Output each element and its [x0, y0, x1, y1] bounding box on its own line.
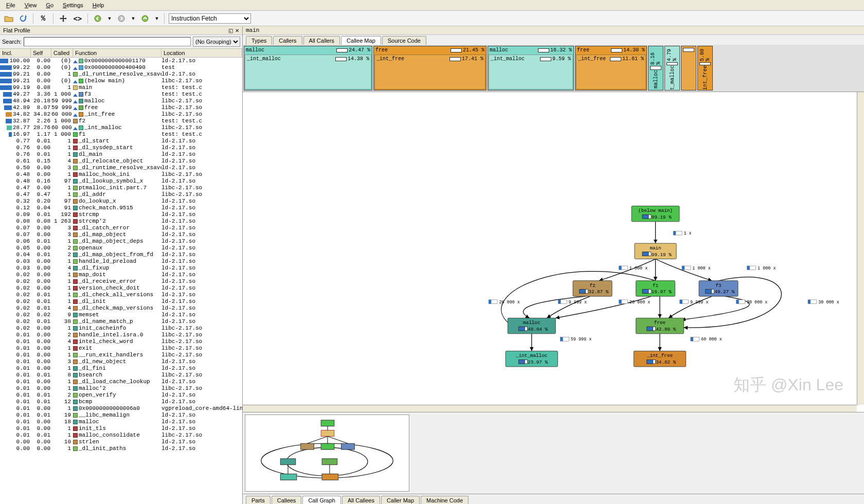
table-row[interactable]: 99.210.00(0)(below main)libc-2.17.so [0, 78, 242, 84]
graph-node-intf[interactable]: _int_free34.82 % [634, 351, 686, 367]
treemap-cell[interactable]: free21.45 %_int_free17.41 % [373, 46, 487, 91]
table-row[interactable]: 0.030.001handle_ld_preloadld-2.17.so [0, 258, 242, 265]
table-row[interactable]: 0.760.001_dl_sysdep_startld-2.17.so [0, 145, 242, 151]
menu-help[interactable]: Help [88, 1, 109, 9]
table-body[interactable]: 100.000.00(0)0x0000000000001170ld-2.17.s… [0, 58, 242, 504]
forward-dropdown-icon[interactable]: ▾ [130, 13, 136, 24]
treemap-cell[interactable]: malloc24.47 %_int_malloc14.38 % [244, 46, 372, 91]
back-icon[interactable] [92, 13, 103, 24]
graph-node-main[interactable]: main99.19 % [635, 243, 676, 259]
table-row[interactable]: 0.500.003_dl_runtime_resolve_xsave'2ld-2… [0, 165, 242, 171]
table-row[interactable]: 0.020.029memsetld-2.17.so [0, 312, 242, 318]
percent-icon[interactable]: % [38, 13, 49, 24]
scrollbar-vertical[interactable] [857, 92, 864, 405]
table-row[interactable]: 0.480.001malloc_hook_inilibc-2.17.so [0, 171, 242, 178]
table-row[interactable]: 0.020.011_dl_initld-2.17.so [0, 298, 242, 305]
move-icon[interactable] [58, 13, 69, 24]
table-row[interactable]: 0.090.01192strcmpld-2.17.so [0, 211, 242, 218]
table-row[interactable]: 0.070.003_dl_map_objectld-2.17.so [0, 231, 242, 238]
table-row[interactable]: 0.010.0119__libc_memalignld-2.17.so [0, 412, 242, 419]
col-self[interactable]: Self [31, 49, 51, 57]
callee-map[interactable]: malloc24.47 %_int_malloc14.38 %free21.45… [243, 45, 864, 92]
table-row[interactable]: 48.9420.1859 999malloclibc-2.17.so [0, 98, 242, 104]
search-input[interactable] [24, 37, 191, 46]
menu-settings[interactable]: Settings [59, 1, 87, 9]
graph-node-intm[interactable]: _int_malloc23.97 % [506, 351, 557, 367]
tab-callers[interactable]: Callers [273, 36, 302, 45]
table-row[interactable]: 0.010.001__run_exit_handlerslibc-2.17.so [0, 352, 242, 358]
table-row[interactable]: 0.020.001version_check_doitld-2.17.so [0, 285, 242, 292]
col-called[interactable]: Called [51, 49, 73, 57]
table-row[interactable]: 0.060.011_dl_map_object_depsld-2.17.so [0, 238, 242, 245]
col-incl[interactable]: Incl. [0, 49, 31, 57]
table-row[interactable]: 32.872.261 000f2test: test.c [0, 118, 242, 124]
minimap[interactable] [245, 415, 409, 492]
treemap-cell[interactable]: _int_free5.80 % [697, 46, 713, 91]
table-row[interactable]: 0.040.012_dl_map_object_from_fdld-2.17.s… [0, 251, 242, 258]
tab-parts[interactable]: Parts [246, 496, 271, 504]
treemap-cell[interactable] [681, 46, 696, 91]
scrollbar-horizontal[interactable] [243, 405, 857, 412]
open-icon[interactable] [3, 13, 14, 24]
event-combo[interactable]: Instruction Fetch [169, 13, 251, 24]
tab-callees[interactable]: Callees [272, 496, 302, 504]
tab-types[interactable]: Types [246, 36, 272, 45]
grouping-combo[interactable]: (No Grouping) [193, 37, 240, 47]
treemap-cell[interactable]: _int_malloc4.79 % [664, 46, 680, 91]
graph-node-f1[interactable]: f116.97 % [636, 281, 675, 296]
table-row[interactable]: 0.010.0018mallocld-2.17.so [0, 419, 242, 425]
tab-call-graph[interactable]: Call Graph [302, 496, 341, 504]
table-row[interactable]: 0.000.001_dl_init_pathsld-2.17.so [0, 445, 242, 452]
treemap-cell[interactable]: free14.30 %_int_free11.61 % [575, 46, 647, 91]
call-graph-area[interactable]: (below main)99.19 %main99.19 %f232.87 %f… [243, 92, 864, 412]
menu-file[interactable]: File [2, 1, 20, 9]
up-icon[interactable] [139, 13, 151, 24]
table-row[interactable]: 0.760.011dl_mainld-2.17.so [0, 151, 242, 158]
graph-node-f3[interactable]: f349.27 % [699, 281, 738, 296]
tab-source-code[interactable]: Source Code [382, 36, 426, 45]
undock-icon[interactable]: ◱ [228, 28, 233, 33]
table-row[interactable]: 0.010.001_dl_finild-2.17.so [0, 365, 242, 372]
table-row[interactable]: 0.010.001init_tlsld-2.17.so [0, 425, 242, 432]
reload-icon[interactable] [17, 13, 29, 24]
table-row[interactable]: 0.610.154_dl_relocate_objectld-2.17.so [0, 158, 242, 165]
graph-node-bm[interactable]: (below main)99.19 % [632, 206, 679, 221]
table-row[interactable]: 0.010.004intel_check_wordlibc-2.17.so [0, 338, 242, 345]
table-row[interactable]: 0.000.0010strlenld-2.17.so [0, 439, 242, 445]
table-row[interactable]: 0.080.081 263strcmp'2ld-2.17.so [0, 218, 242, 225]
table-row[interactable]: 0.010.001malloc'2libc-2.17.so [0, 385, 242, 392]
table-row[interactable]: 99.220.00(0)0x0000000000400490test [0, 64, 242, 71]
table-row[interactable]: 16.971.171 000f1test: test.c [0, 131, 242, 138]
treemap-cell[interactable]: malloc16.32 %_int_malloc9.59 % [488, 46, 574, 91]
back-dropdown-icon[interactable]: ▾ [106, 13, 113, 24]
table-row[interactable]: 99.190.081maintest: test.c [0, 84, 242, 91]
table-row[interactable]: 0.010.018bsearchlibc-2.17.so [0, 372, 242, 379]
tab-machine-code[interactable]: Machine Code [421, 496, 469, 504]
tab-all-callers[interactable]: All Callers [303, 36, 340, 45]
table-row[interactable]: 0.010.001exitlibc-2.17.so [0, 345, 242, 352]
table-row[interactable]: 0.010.012open_verifyld-2.17.so [0, 392, 242, 399]
treemap-cell[interactable]: malloc8.16 % [648, 46, 663, 91]
table-row[interactable]: 0.010.0112bcmpld-2.17.so [0, 399, 242, 405]
menu-view[interactable]: View [21, 1, 41, 9]
table-row[interactable]: 99.210.001_dl_runtime_resolve_xsaveld-2.… [0, 71, 242, 78]
graph-node-malloc[interactable]: malloc48.94 % [508, 318, 555, 333]
col-loc[interactable]: Location [161, 49, 242, 57]
table-row[interactable]: 0.470.471_dl_addrlibc-2.17.so [0, 191, 242, 198]
tab-caller-map[interactable]: Caller Map [381, 496, 420, 504]
table-row[interactable]: 0.020.001_dl_receive_errorld-2.17.so [0, 278, 242, 285]
graph-node-f2[interactable]: f232.87 % [573, 281, 612, 296]
forward-icon[interactable] [116, 13, 127, 24]
table-row[interactable]: 42.898.0759 999freelibc-2.17.so [0, 104, 242, 111]
tag-icon[interactable]: <> [72, 13, 83, 24]
table-row[interactable]: 0.770.011_dl_startld-2.17.so [0, 138, 242, 145]
table-row[interactable]: 0.050.002openauxld-2.17.so [0, 245, 242, 251]
table-row[interactable]: 0.320.2097do_lookup_xld-2.17.so [0, 198, 242, 205]
table-row[interactable]: 0.010.011malloc_consolidatelibc-2.17.so [0, 432, 242, 439]
table-row[interactable]: 0.030.004_dl_fixupld-2.17.so [0, 265, 242, 272]
table-row[interactable]: 0.020.014_dl_check_map_versionsld-2.17.s… [0, 305, 242, 312]
menu-go[interactable]: Go [42, 1, 58, 9]
close-pane-icon[interactable]: ✕ [235, 28, 239, 33]
table-row[interactable]: 0.070.003_dl_catch_errorld-2.17.so [0, 225, 242, 231]
table-row[interactable]: 0.020.001init_cacheinfolibc-2.17.so [0, 325, 242, 332]
